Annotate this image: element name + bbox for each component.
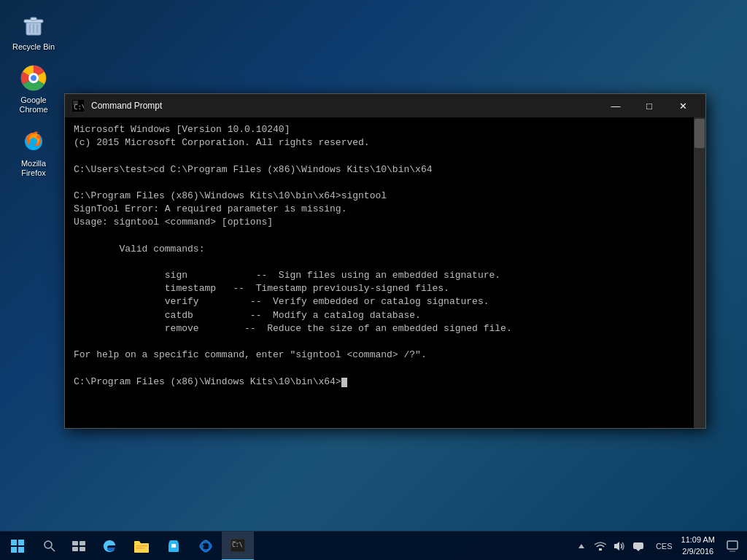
search-button[interactable]: [35, 532, 64, 561]
firefox-image: [19, 127, 48, 156]
ces-label[interactable]: CES: [653, 532, 676, 561]
chrome-label: Google Chrome: [10, 96, 57, 114]
cmd-maximize-button[interactable]: □: [632, 94, 666, 117]
mozilla-firefox-icon[interactable]: Mozilla Firefox: [7, 124, 60, 181]
svg-rect-33: [232, 541, 236, 542]
action-center-button[interactable]: [721, 532, 744, 561]
system-icons: [567, 534, 653, 558]
taskbar-edge[interactable]: [93, 532, 125, 561]
google-chrome-icon[interactable]: Google Chrome: [7, 61, 60, 117]
cmd-cursor: [341, 378, 347, 387]
desktop: Recycle Bin Google Chrome: [0, 0, 747, 560]
svg-text:C:\: C:\: [74, 104, 84, 111]
taskbar-clock[interactable]: 11:09 AM 2/9/2016: [676, 532, 721, 561]
taskbar-apps: e C:\: [93, 532, 254, 561]
svg-marker-38: [636, 549, 640, 551]
svg-point-14: [44, 541, 52, 548]
svg-rect-25: [171, 544, 176, 548]
cmd-window: C:\ Command Prompt — □ ✕ Microsoft Windo…: [64, 93, 706, 429]
svg-rect-21: [136, 545, 147, 547]
cmd-close-button[interactable]: ✕: [666, 94, 700, 117]
cmd-titlebar: C:\ Command Prompt — □ ✕: [65, 94, 705, 117]
network-icon[interactable]: [592, 534, 609, 558]
svg-rect-16: [72, 541, 78, 545]
svg-rect-19: [80, 547, 85, 551]
svg-rect-2: [31, 18, 36, 20]
taskbar-store[interactable]: [158, 532, 190, 561]
taskbar-file-explorer[interactable]: [125, 532, 158, 561]
cmd-body: Microsoft Windows [Version 10.0.10240] (…: [65, 117, 705, 428]
taskbar: e C:\: [0, 531, 747, 560]
notification-icon[interactable]: [630, 534, 647, 558]
svg-line-15: [51, 548, 55, 551]
desktop-icons-container: Recycle Bin Google Chrome: [7, 7, 60, 181]
volume-icon[interactable]: [611, 534, 628, 558]
svg-rect-39: [727, 541, 738, 549]
svg-rect-37: [633, 542, 643, 549]
cmd-scrollbar[interactable]: [694, 117, 705, 428]
start-button[interactable]: [0, 532, 35, 561]
svg-rect-34: [232, 542, 239, 543]
firefox-label: Mozilla Firefox: [10, 159, 57, 178]
svg-rect-18: [72, 547, 78, 551]
svg-point-10: [30, 138, 37, 145]
recycle-bin-label: Recycle Bin: [12, 42, 55, 52]
svg-point-8: [30, 74, 38, 82]
windows-logo-icon: [11, 540, 24, 553]
cmd-content-area[interactable]: Microsoft Windows [Version 10.0.10240] (…: [65, 117, 694, 428]
task-view-button[interactable]: [64, 532, 93, 561]
cmd-titlebar-icon: C:\: [71, 98, 85, 113]
svg-text:e: e: [201, 542, 204, 550]
taskbar-ie[interactable]: e: [190, 532, 222, 561]
cmd-minimize-button[interactable]: —: [599, 94, 632, 117]
chrome-image: [19, 63, 48, 93]
svg-marker-36: [614, 542, 619, 551]
clock-date: 2/9/2016: [682, 546, 713, 557]
svg-rect-17: [80, 541, 85, 545]
recycle-bin-icon[interactable]: Recycle Bin: [7, 7, 60, 55]
svg-rect-35: [599, 548, 602, 551]
cmd-window-controls: — □ ✕: [599, 94, 700, 117]
cmd-title-text: Command Prompt: [91, 101, 599, 111]
system-tray-expand[interactable]: [573, 534, 590, 558]
taskbar-cmd[interactable]: C:\: [222, 532, 254, 561]
taskbar-right: CES 11:09 AM 2/9/2016: [567, 532, 747, 561]
recycle-bin-image: [19, 10, 48, 39]
clock-time: 11:09 AM: [681, 534, 715, 545]
svg-rect-22: [136, 548, 144, 549]
cmd-scrollbar-thumb[interactable]: [694, 119, 705, 148]
